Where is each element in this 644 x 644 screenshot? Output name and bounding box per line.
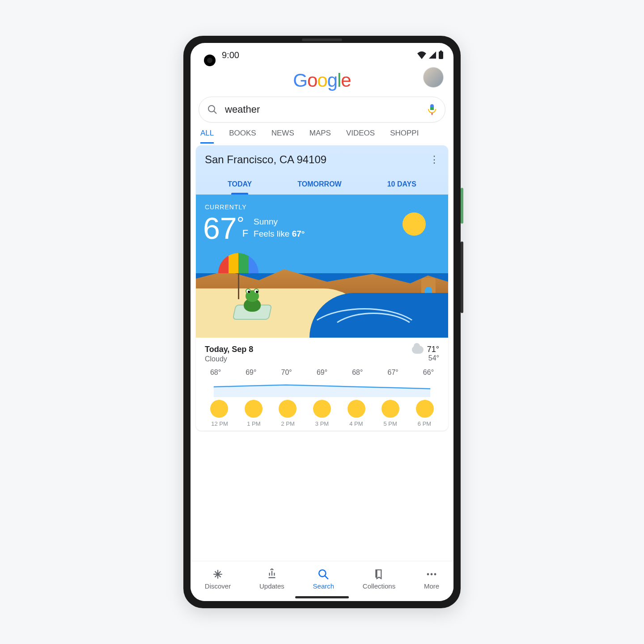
hourly-temps: 68° 69° 70° 69° 68° 67° 66°	[202, 369, 442, 377]
battery-icon	[438, 51, 444, 59]
search-icon	[317, 568, 330, 580]
today-high: 71°	[427, 345, 439, 354]
hourly-chart: 68° 69° 70° 69° 68° 67° 66°	[196, 365, 448, 431]
screen: 9:00 Google weather	[191, 43, 453, 601]
more-icon	[425, 568, 438, 580]
power-button	[461, 188, 463, 224]
svg-rect-1	[440, 51, 442, 52]
tab-books[interactable]: BOOKS	[229, 129, 256, 144]
search-bar[interactable]: weather	[199, 97, 445, 123]
weather-location: San Francisco, CA 94109	[205, 153, 326, 166]
tab-videos[interactable]: VIDEOS	[346, 129, 375, 144]
sun-icon	[245, 400, 263, 418]
google-logo: Google	[293, 70, 351, 91]
tab-all[interactable]: ALL	[200, 129, 214, 144]
sun-icon	[416, 400, 434, 418]
volume-button	[461, 242, 463, 313]
nav-collections[interactable]: Collections	[363, 568, 395, 590]
weather-card: San Francisco, CA 94109 ⋮ TODAY TOMORROW…	[196, 145, 448, 431]
weather-tab-10days[interactable]: 10 DAYS	[386, 176, 418, 195]
sun-icon	[381, 400, 399, 418]
search-input[interactable]: weather	[225, 104, 420, 115]
weather-hero: CURRENTLY 67°F Sunny Feels like 67°	[196, 195, 448, 338]
today-condition: Cloudy	[205, 355, 253, 363]
signal-icon	[428, 51, 436, 59]
sun-icon	[313, 400, 331, 418]
sun-icon	[347, 400, 365, 418]
frog-mascot	[234, 305, 271, 320]
nav-updates[interactable]: Updates	[259, 568, 284, 590]
bookmark-icon	[373, 568, 386, 580]
currently-label: CURRENTLY	[205, 203, 247, 211]
weather-illustration	[196, 262, 448, 338]
today-summary: Today, Sep 8 Cloudy 71° 54°	[196, 338, 448, 365]
sparkle-icon	[212, 568, 224, 580]
svg-point-10	[431, 573, 433, 576]
cloud-icon	[412, 346, 424, 354]
svg-point-2	[208, 106, 215, 112]
svg-point-9	[427, 573, 429, 576]
current-temp-row: 67°F Sunny Feels like 67°	[203, 211, 305, 246]
mic-icon[interactable]	[427, 104, 437, 115]
status-bar: 9:00	[191, 43, 453, 67]
app-header: Google	[191, 67, 453, 97]
status-time: 9:00	[222, 50, 239, 60]
svg-rect-0	[439, 51, 443, 59]
svg-point-7	[319, 570, 326, 576]
search-tabs: ALL BOOKS NEWS MAPS VIDEOS SHOPPI	[191, 123, 453, 144]
weather-tab-tomorrow[interactable]: TOMORROW	[296, 176, 343, 195]
tab-shopping[interactable]: SHOPPI	[390, 129, 419, 144]
wifi-icon	[417, 51, 427, 59]
nav-discover[interactable]: Discover	[205, 568, 231, 590]
search-icon	[207, 104, 218, 115]
tab-news[interactable]: NEWS	[271, 129, 294, 144]
home-indicator[interactable]	[295, 596, 349, 598]
svg-point-11	[434, 573, 436, 576]
sun-icon	[210, 400, 228, 418]
hourly-icons	[202, 397, 442, 418]
avatar[interactable]	[423, 67, 444, 88]
overflow-menu-icon[interactable]: ⋮	[429, 158, 439, 162]
current-condition: Sunny Feels like 67°	[254, 216, 305, 240]
weather-tabs: TODAY TOMORROW 10 DAYS	[205, 176, 439, 195]
phone-speaker	[302, 38, 342, 41]
weather-card-header: San Francisco, CA 94109 ⋮ TODAY TOMORROW…	[196, 145, 448, 195]
content-scroll[interactable]: San Francisco, CA 94109 ⋮ TODAY TOMORROW…	[191, 144, 453, 561]
nav-search[interactable]: Search	[313, 568, 335, 590]
phone-frame: 9:00 Google weather	[183, 36, 461, 608]
bottom-nav: Discover Updates Search Collections	[191, 561, 453, 601]
svg-line-8	[325, 576, 329, 579]
tab-maps[interactable]: MAPS	[309, 129, 331, 144]
hourly-times: 12 PM 1 PM 2 PM 3 PM 4 PM 5 PM 6 PM	[202, 418, 442, 427]
svg-line-3	[214, 111, 216, 114]
updates-icon	[266, 568, 278, 580]
hourly-sparkline	[202, 377, 442, 397]
status-icons	[417, 51, 444, 59]
camera-hole	[204, 55, 216, 66]
weather-tab-today[interactable]: TODAY	[226, 176, 254, 195]
today-date: Today, Sep 8	[205, 345, 253, 354]
current-temp: 67°F	[203, 211, 248, 246]
today-low: 54°	[427, 354, 439, 362]
nav-more[interactable]: More	[424, 568, 439, 590]
sun-icon	[402, 212, 426, 236]
svg-rect-5	[430, 107, 434, 110]
sun-icon	[279, 400, 297, 418]
